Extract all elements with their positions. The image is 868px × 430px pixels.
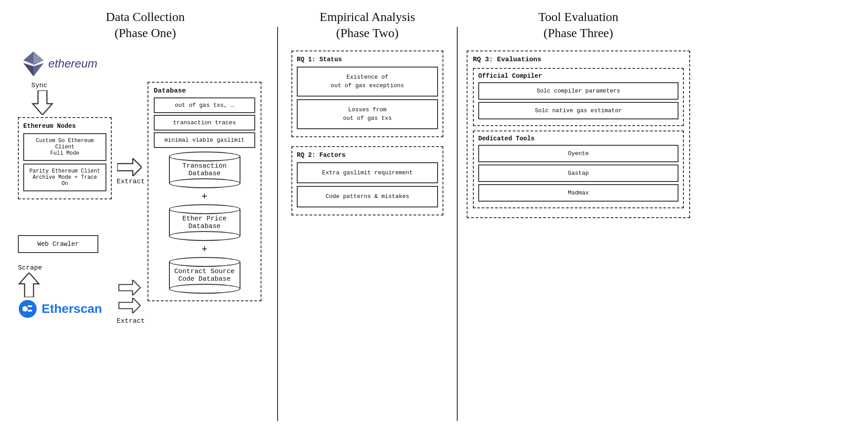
cylinder-top-2 xyxy=(169,204,240,214)
etherscan-icon xyxy=(18,299,38,319)
cylinder-bottom-2 xyxy=(169,231,240,241)
extract-bottom: Extract xyxy=(114,280,145,325)
contract-db-cylinder: Contract Source Code Database xyxy=(154,257,255,294)
tool-gastap: Gastap xyxy=(478,164,678,182)
ethereum-logo: ethereum xyxy=(22,51,97,77)
ethereum-nodes-title: Ethereum Nodes xyxy=(23,122,106,130)
web-crawler-label: Web Crawler xyxy=(38,240,79,248)
phase-three-column: Tool Evaluation(Phase Three) RQ 3: Evalu… xyxy=(462,9,695,218)
official-compiler-title: Official Compiler xyxy=(478,72,678,80)
rq1-title: RQ 1: Status xyxy=(297,56,438,63)
etherscan-label: Etherscan xyxy=(42,302,102,316)
extract-arrow-mid-icon xyxy=(118,280,141,295)
database-title: Database xyxy=(154,87,255,95)
svg-marker-7 xyxy=(19,273,39,297)
db-item-3: minimal viable gaslimit xyxy=(154,132,255,148)
rq3-title: RQ 3: Evaluations xyxy=(473,56,684,63)
diagram-root: Data Collection(Phase One) ethereum Sync xyxy=(0,0,868,430)
svg-rect-11 xyxy=(28,310,32,312)
plus-2: + xyxy=(154,243,255,255)
tool-madmax: Madmax xyxy=(478,184,678,202)
transaction-db-cylinder: Transaction Database xyxy=(154,152,255,188)
rq1-item-2: Losses from out of gas txs xyxy=(297,99,438,129)
phase-one-column: Data Collection(Phase One) ethereum Sync xyxy=(13,9,273,350)
db-item-1: out of gas txs, … xyxy=(154,97,255,113)
tool-solc-params: Solc compiler parameters xyxy=(478,82,678,100)
middle-arrows: Extract Extract xyxy=(112,82,147,350)
extract-top: Extract xyxy=(114,158,145,185)
cylinder-bottom-1 xyxy=(169,178,240,188)
node-item-1: Custom Go Ethereum Client Full Mode xyxy=(23,133,106,161)
extract-arrow-top-icon xyxy=(117,158,142,176)
svg-marker-13 xyxy=(119,280,140,295)
ethereum-icon xyxy=(22,51,45,77)
tool-oyente: Oyente xyxy=(478,145,678,162)
svg-marker-12 xyxy=(117,158,142,176)
plus-1: + xyxy=(154,190,255,202)
ethereum-nodes-box: Ethereum Nodes Custom Go Ethereum Client… xyxy=(18,117,112,199)
divider-1 xyxy=(277,27,278,421)
scrape-area: Scrape Etherscan xyxy=(18,264,112,319)
phase-two-title: Empirical Analysis(Phase Two) xyxy=(320,9,415,42)
svg-marker-6 xyxy=(33,90,52,115)
sync-label: Sync xyxy=(31,82,47,89)
sync-area: Sync xyxy=(31,82,112,115)
dedicated-tools-title: Dedicated Tools xyxy=(478,135,678,142)
tool-solc-estimator: Solc native gas estimator xyxy=(478,102,678,119)
rq1-box: RQ 1: Status Existence of out of gas exc… xyxy=(291,51,443,137)
extract-label-2: Extract xyxy=(117,317,145,325)
rq3-box: RQ 3: Evaluations Official Compiler Solc… xyxy=(467,51,690,218)
extract-label-1: Extract xyxy=(117,178,145,185)
svg-marker-1 xyxy=(23,51,34,64)
web-crawler-box: Web Crawler xyxy=(18,235,98,253)
svg-marker-14 xyxy=(119,298,140,313)
database-items-list: out of gas txs, … transaction traces min… xyxy=(154,97,255,148)
phase-one-title: Data Collection(Phase One) xyxy=(106,9,185,42)
database-section: Database out of gas txs, … transaction t… xyxy=(147,82,264,301)
rq2-box: RQ 2: Factors Extra gaslimit requirement… xyxy=(291,146,443,215)
svg-marker-4 xyxy=(34,63,44,76)
etherscan-logo: Etherscan xyxy=(18,299,102,319)
node-item-2: Parity Ethereum Client Archive Mode + Tr… xyxy=(23,164,106,191)
svg-marker-0 xyxy=(34,51,44,64)
extract-arrow-bottom-icon xyxy=(118,298,141,313)
ethereum-label: ethereum xyxy=(48,57,97,71)
phase-three-title: Tool Evaluation(Phase Three) xyxy=(538,9,618,42)
cylinder-top-1 xyxy=(169,152,240,161)
sync-arrow-icon xyxy=(31,90,54,115)
svg-rect-10 xyxy=(28,305,32,307)
db-item-2: transaction traces xyxy=(154,115,255,131)
cylinder-bottom-3 xyxy=(169,284,240,294)
dedicated-tools-group: Dedicated Tools Oyente Gastap Madmax xyxy=(473,131,684,208)
svg-marker-5 xyxy=(23,63,34,76)
divider-2 xyxy=(457,27,458,421)
rq2-item-1: Extra gaslimit requirement xyxy=(297,162,438,184)
rq2-title: RQ 2: Factors xyxy=(297,152,438,159)
rq2-item-2: Code patterns & mistakes xyxy=(297,186,438,207)
svg-point-9 xyxy=(22,306,28,312)
phase-two-column: Empirical Analysis(Phase Two) RQ 1: Stat… xyxy=(282,9,452,224)
left-column: Sync Ethereum Nodes Custom Go Ethereum C… xyxy=(18,82,112,319)
scrape-label: Scrape xyxy=(18,264,42,272)
ether-price-db-cylinder: Ether Price Database xyxy=(154,204,255,241)
database-outer-box: Database out of gas txs, … transaction t… xyxy=(147,82,261,301)
web-crawler-section: Web Crawler xyxy=(18,235,112,260)
scrape-arrow-icon xyxy=(18,273,40,297)
cylinder-top-3 xyxy=(169,257,240,267)
rq1-item-1: Existence of out of gas exceptions xyxy=(297,67,438,97)
official-compiler-group: Official Compiler Solc compiler paramete… xyxy=(473,68,684,126)
